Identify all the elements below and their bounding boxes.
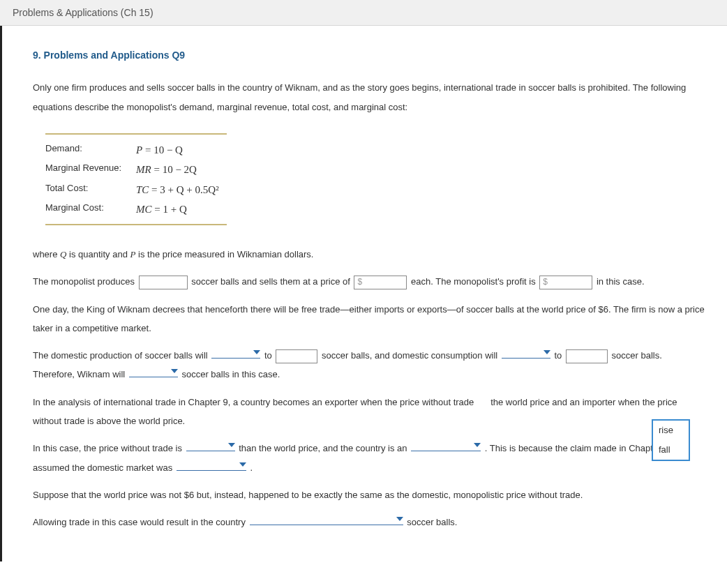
case-line: In this case, the price without trade is… xyxy=(33,439,705,477)
price-compare-dropdown[interactable] xyxy=(186,439,235,451)
chevron-down-icon xyxy=(228,443,235,447)
eq-label: Marginal Revenue: xyxy=(45,160,136,180)
chevron-down-icon xyxy=(396,517,403,521)
page-header: Problems & Applications (Ch 15) xyxy=(0,0,727,26)
produces-line: The monopolist produces soccer balls and… xyxy=(33,272,705,291)
chevron-down-icon xyxy=(474,443,481,447)
king-paragraph: One day, the King of Wiknam decrees that… xyxy=(33,300,705,338)
eq-label: Marginal Cost: xyxy=(45,199,136,220)
chevron-down-icon xyxy=(544,350,550,354)
eq-math: TC = 3 + Q + 0.5Q² xyxy=(136,180,219,200)
dollar-icon: $ xyxy=(354,273,364,291)
suppose-paragraph: Suppose that the world price was not $6 … xyxy=(33,485,705,504)
rule-top xyxy=(45,133,227,135)
eq-math: MC = 1 + Q xyxy=(136,199,187,220)
consumption-change-dropdown[interactable] xyxy=(502,346,550,359)
market-assumption-dropdown[interactable] xyxy=(177,458,246,471)
eq-tc: Total Cost: TC = 3 + Q + 0.5Q² xyxy=(45,180,241,200)
price-input[interactable]: $ xyxy=(354,276,407,289)
domestic-line: The domestic production of soccer balls … xyxy=(33,346,705,384)
allow-trade-dropdown[interactable] xyxy=(250,513,403,525)
eq-mr: Marginal Revenue: MR = 10 − 2Q xyxy=(45,160,241,180)
var-q: Q xyxy=(60,249,66,259)
dropdown-option-fall[interactable]: fall xyxy=(653,440,689,460)
dropdown-option-rise[interactable]: rise xyxy=(653,421,689,440)
eq-label: Demand: xyxy=(45,140,136,160)
eq-math: MR = 10 − 2Q xyxy=(136,160,197,180)
page-title: Problems & Applications (Ch 15) xyxy=(13,7,153,18)
eq-label: Total Cost: xyxy=(45,180,136,200)
where-line: where Q is quantity and P is the price m… xyxy=(33,245,705,264)
intro-paragraph: Only one firm produces and sells soccer … xyxy=(33,78,705,116)
country-role-dropdown[interactable] xyxy=(411,439,481,451)
chevron-down-icon xyxy=(171,369,178,373)
rule-bottom xyxy=(45,224,227,225)
chevron-down-icon xyxy=(239,462,246,467)
dollar-icon: $ xyxy=(540,273,550,291)
production-change-dropdown[interactable] xyxy=(211,346,260,359)
eq-demand: Demand: P = 10 − Q xyxy=(45,140,241,160)
allow-line: Allowing trade in this case would result… xyxy=(33,513,705,532)
chevron-down-icon xyxy=(253,350,260,354)
eq-mc: Marginal Cost: MC = 1 + Q xyxy=(45,199,241,220)
quantity-input[interactable] xyxy=(139,276,188,289)
profit-input[interactable]: $ xyxy=(539,276,592,289)
question-body: 9. Problems and Applications Q9 Only one… xyxy=(2,26,727,548)
question-title: 9. Problems and Applications Q9 xyxy=(33,45,705,66)
dropdown-popup[interactable]: rise fall xyxy=(652,419,690,461)
production-qty-input[interactable] xyxy=(276,349,317,363)
equations-block: Demand: P = 10 − Q Marginal Revenue: MR … xyxy=(45,133,241,225)
import-export-dropdown[interactable] xyxy=(129,365,178,377)
content-frame: 9. Problems and Applications Q9 Only one… xyxy=(0,26,727,561)
analysis-line: In the analysis of international trade i… xyxy=(33,393,705,431)
consumption-qty-input[interactable] xyxy=(566,349,608,363)
eq-math: P = 10 − Q xyxy=(136,140,183,160)
